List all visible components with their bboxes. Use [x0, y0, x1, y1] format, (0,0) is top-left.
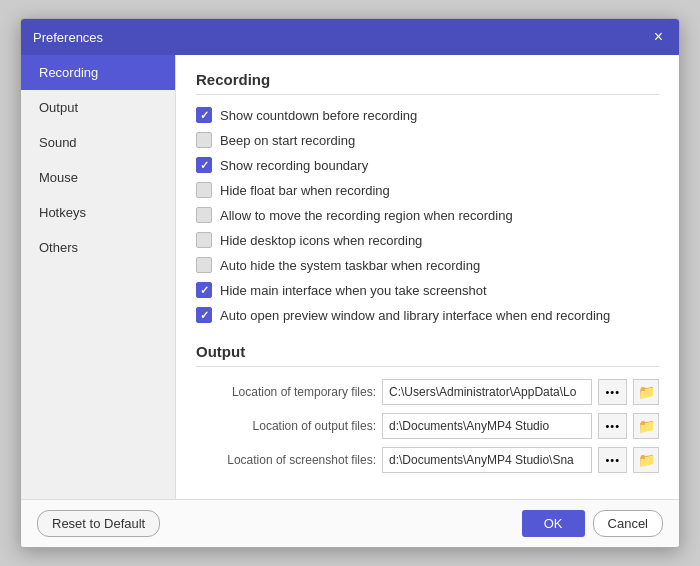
checkbox-row-hide-desktop-icons: Hide desktop icons when recording	[196, 232, 659, 248]
checkbox-hide-float-bar[interactable]	[196, 182, 212, 198]
checkbox-beep-start[interactable]	[196, 132, 212, 148]
checkbox-label-beep-start: Beep on start recording	[220, 133, 355, 148]
checkbox-label-allow-move: Allow to move the recording region when …	[220, 208, 513, 223]
main-content: Recording Show countdown before recordin…	[176, 55, 679, 499]
footer-right: OK Cancel	[522, 510, 663, 537]
close-button[interactable]: ×	[650, 29, 667, 45]
checkbox-row-show-boundary: Show recording boundary	[196, 157, 659, 173]
output-label-screenshot-files: Location of screenshot files:	[196, 453, 376, 467]
output-label-output-files: Location of output files:	[196, 419, 376, 433]
dialog-title: Preferences	[33, 30, 103, 45]
output-row-screenshot-files: Location of screenshot files:•••📁	[196, 447, 659, 473]
checkbox-show-countdown[interactable]	[196, 107, 212, 123]
dots-button-output-files[interactable]: •••	[598, 413, 627, 439]
checkbox-label-auto-hide-taskbar: Auto hide the system taskbar when record…	[220, 258, 480, 273]
preferences-dialog: Preferences × RecordingOutputSoundMouseH…	[20, 18, 680, 548]
title-bar: Preferences ×	[21, 19, 679, 55]
checkbox-row-show-countdown: Show countdown before recording	[196, 107, 659, 123]
output-row-temp-files: Location of temporary files:•••📁	[196, 379, 659, 405]
checkbox-show-boundary[interactable]	[196, 157, 212, 173]
sidebar-item-recording[interactable]: Recording	[21, 55, 175, 90]
checkbox-label-hide-desktop-icons: Hide desktop icons when recording	[220, 233, 422, 248]
dots-button-temp-files[interactable]: •••	[598, 379, 627, 405]
cancel-button[interactable]: Cancel	[593, 510, 663, 537]
output-row-output-files: Location of output files:•••📁	[196, 413, 659, 439]
output-label-temp-files: Location of temporary files:	[196, 385, 376, 399]
sidebar-item-others[interactable]: Others	[21, 230, 175, 265]
output-input-screenshot-files[interactable]	[382, 447, 592, 473]
output-input-temp-files[interactable]	[382, 379, 592, 405]
folder-button-output-files[interactable]: 📁	[633, 413, 659, 439]
recording-section-title: Recording	[196, 71, 659, 95]
dialog-footer: Reset to Default OK Cancel	[21, 499, 679, 547]
checkbox-row-allow-move: Allow to move the recording region when …	[196, 207, 659, 223]
checkbox-allow-move[interactable]	[196, 207, 212, 223]
checkbox-auto-open-preview[interactable]	[196, 307, 212, 323]
reset-button[interactable]: Reset to Default	[37, 510, 160, 537]
dialog-body: RecordingOutputSoundMouseHotkeysOthers R…	[21, 55, 679, 499]
folder-button-screenshot-files[interactable]: 📁	[633, 447, 659, 473]
checkbox-row-beep-start: Beep on start recording	[196, 132, 659, 148]
checkbox-hide-main-interface[interactable]	[196, 282, 212, 298]
checkbox-row-auto-hide-taskbar: Auto hide the system taskbar when record…	[196, 257, 659, 273]
checkbox-row-hide-main-interface: Hide main interface when you take screen…	[196, 282, 659, 298]
output-input-output-files[interactable]	[382, 413, 592, 439]
checkbox-label-auto-open-preview: Auto open preview window and library int…	[220, 308, 610, 323]
checkbox-hide-desktop-icons[interactable]	[196, 232, 212, 248]
checkbox-label-show-countdown: Show countdown before recording	[220, 108, 417, 123]
checkbox-label-show-boundary: Show recording boundary	[220, 158, 368, 173]
ok-button[interactable]: OK	[522, 510, 585, 537]
checkboxes-container: Show countdown before recordingBeep on s…	[196, 107, 659, 323]
checkbox-auto-hide-taskbar[interactable]	[196, 257, 212, 273]
checkbox-row-hide-float-bar: Hide float bar when recording	[196, 182, 659, 198]
sidebar-item-sound[interactable]: Sound	[21, 125, 175, 160]
checkbox-row-auto-open-preview: Auto open preview window and library int…	[196, 307, 659, 323]
checkbox-label-hide-main-interface: Hide main interface when you take screen…	[220, 283, 487, 298]
output-section-title: Output	[196, 343, 659, 367]
checkbox-label-hide-float-bar: Hide float bar when recording	[220, 183, 390, 198]
sidebar-item-hotkeys[interactable]: Hotkeys	[21, 195, 175, 230]
sidebar-item-output[interactable]: Output	[21, 90, 175, 125]
folder-button-temp-files[interactable]: 📁	[633, 379, 659, 405]
output-section: Output Location of temporary files:•••📁L…	[196, 343, 659, 473]
dots-button-screenshot-files[interactable]: •••	[598, 447, 627, 473]
output-fields-container: Location of temporary files:•••📁Location…	[196, 379, 659, 473]
sidebar: RecordingOutputSoundMouseHotkeysOthers	[21, 55, 176, 499]
sidebar-item-mouse[interactable]: Mouse	[21, 160, 175, 195]
